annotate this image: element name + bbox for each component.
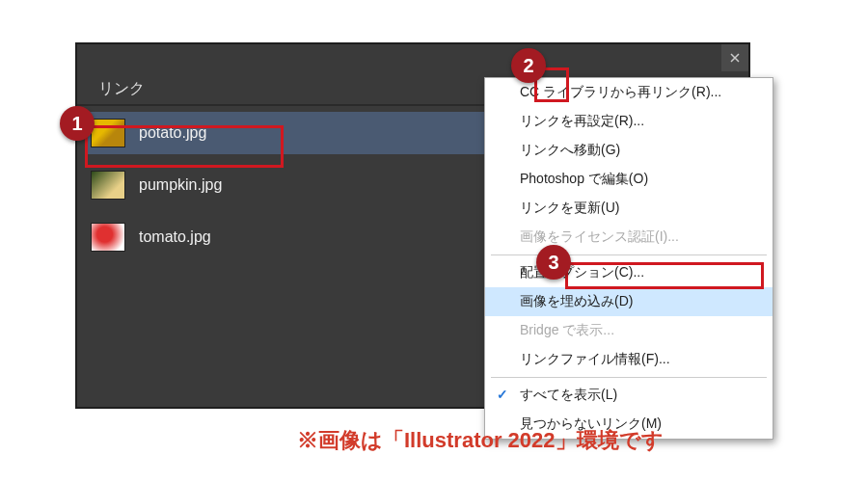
menu-item[interactable]: ✓すべてを表示(L) [485, 381, 773, 410]
menu-separator [491, 254, 767, 255]
panel-context-menu: CC ライブラリから再リンク(R)...リンクを再設定(R)...リンクへ移動(… [484, 77, 773, 440]
menu-item-label: リンクを更新(U) [520, 200, 619, 215]
close-button[interactable] [721, 44, 748, 71]
menu-item-label: Photoshop で編集(O) [520, 171, 648, 186]
menu-item[interactable]: 配置オプション(C)... [485, 258, 773, 287]
thumbnail-icon [91, 171, 125, 200]
menu-item-label: 画像を埋め込み(D) [520, 293, 633, 308]
menu-item[interactable]: リンクへ移動(G) [485, 136, 773, 165]
menu-separator [491, 377, 767, 378]
menu-item-label: リンクファイル情報(F)... [520, 351, 670, 366]
menu-item[interactable]: Photoshop で編集(O) [485, 165, 773, 194]
callout-1: 1 [60, 106, 95, 141]
links-tab[interactable]: リンク [85, 73, 158, 105]
menu-item[interactable]: リンクを再設定(R)... [485, 107, 773, 136]
caption-text: ※画像は「Illustrator 2022」環境です [297, 426, 664, 455]
menu-item-label: 画像をライセンス認証(I)... [520, 228, 679, 244]
thumbnail-icon [91, 119, 125, 147]
thumbnail-icon [91, 223, 125, 252]
menu-item: Bridge で表示... [485, 316, 773, 345]
menu-item[interactable]: リンクファイル情報(F)... [485, 345, 773, 374]
menu-item[interactable]: 画像を埋め込み(D) [485, 287, 773, 316]
menu-item-label: すべてを表示(L) [520, 387, 617, 402]
callout-2: 2 [511, 48, 546, 83]
callout-3: 3 [536, 245, 571, 280]
menu-item-label: CC ライブラリから再リンク(R)... [520, 84, 721, 99]
menu-item: 画像をライセンス認証(I)... [485, 223, 773, 252]
check-icon: ✓ [497, 387, 508, 402]
menu-item[interactable]: リンクを更新(U) [485, 194, 773, 223]
menu-item-label: リンクへ移動(G) [520, 142, 620, 157]
menu-item-label: リンクを再設定(R)... [520, 113, 644, 128]
menu-item-label: Bridge で表示... [520, 322, 614, 337]
panel-topbar [77, 44, 748, 71]
